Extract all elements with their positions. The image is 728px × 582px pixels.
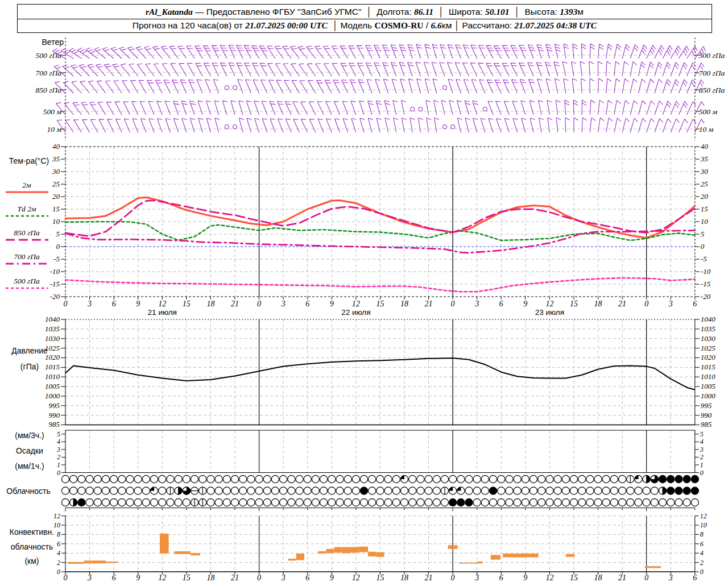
- svg-text:0: 0: [451, 300, 455, 308]
- svg-text:3: 3: [281, 573, 286, 582]
- svg-text:10: 10: [701, 217, 709, 226]
- cloud-row-0: [61, 475, 698, 483]
- svg-text:18: 18: [594, 573, 602, 582]
- header-part: м: [577, 7, 584, 17]
- svg-text:15: 15: [376, 300, 384, 308]
- svg-text:20: 20: [701, 192, 709, 201]
- svg-text:15: 15: [52, 205, 60, 213]
- svg-text:985: 985: [49, 420, 60, 429]
- svg-text:1005: 1005: [701, 382, 716, 390]
- header-part: rAl_Katanda: [146, 7, 193, 17]
- svg-text:9: 9: [136, 573, 140, 582]
- svg-text:-15: -15: [50, 280, 60, 288]
- svg-text:15: 15: [701, 205, 709, 213]
- wind-barbs-row-2: [55, 78, 704, 93]
- svg-text:6: 6: [693, 300, 697, 308]
- header-part: Прогноз на 120 часа(ов) от: [133, 20, 245, 31]
- header-part: 86.11: [414, 7, 433, 17]
- header-line-1: rAl_Katanda — Предоставлено ФГБУ "ЗапСиб…: [17, 4, 712, 19]
- svg-text:3: 3: [700, 446, 704, 454]
- wind-barbs-row-1: [54, 61, 704, 76]
- svg-text:-5: -5: [701, 255, 707, 263]
- svg-text:10 м: 10 м: [47, 125, 62, 134]
- svg-text:0: 0: [257, 300, 261, 308]
- precip-panel: 001122334455: [56, 430, 704, 477]
- svg-text:1000: 1000: [701, 392, 716, 400]
- precip-title-2: Осадки: [16, 446, 43, 455]
- svg-text:0: 0: [644, 573, 648, 582]
- svg-text:9: 9: [330, 573, 334, 582]
- svg-text:3: 3: [668, 300, 673, 308]
- conv-title-2: облачность: [11, 542, 53, 551]
- svg-text:500 м: 500 м: [699, 107, 718, 116]
- svg-text:0: 0: [700, 568, 704, 576]
- svg-text:2: 2: [700, 559, 704, 567]
- svg-text:6: 6: [693, 573, 697, 582]
- svg-text:850 гПа: 850 гПа: [36, 86, 62, 94]
- svg-text:9: 9: [136, 300, 140, 308]
- svg-text:4: 4: [57, 438, 60, 446]
- svg-text:0: 0: [64, 300, 68, 308]
- svg-text:1010: 1010: [701, 372, 716, 381]
- svg-text:500 гПа: 500 гПа: [699, 51, 725, 60]
- svg-text:21: 21: [618, 300, 626, 308]
- svg-text:2: 2: [700, 453, 704, 461]
- meteogram-page: rAl_Katanda — Предоставлено ФГБУ "ЗапСиб…: [0, 0, 728, 582]
- svg-text:3: 3: [56, 446, 60, 454]
- cloud-panel: [61, 475, 698, 511]
- svg-text:1035: 1035: [45, 325, 60, 333]
- legend-label-2m: 2м: [22, 181, 31, 189]
- svg-text:3: 3: [281, 300, 286, 308]
- svg-text:22 июля: 22 июля: [341, 308, 370, 317]
- svg-text:30: 30: [700, 167, 709, 176]
- legend-label-500: 500 гПа: [14, 277, 40, 285]
- svg-text:15: 15: [183, 573, 191, 582]
- svg-text:3: 3: [474, 300, 479, 308]
- svg-text:12: 12: [700, 512, 707, 520]
- svg-text:18: 18: [206, 300, 214, 308]
- svg-text:-20: -20: [50, 292, 60, 301]
- svg-text:-20: -20: [701, 292, 711, 301]
- svg-text:5: 5: [700, 430, 704, 438]
- temp-panel-title: Тем-ра(°C): [9, 156, 49, 165]
- svg-text:18: 18: [400, 573, 408, 582]
- svg-text:1040: 1040: [701, 315, 716, 323]
- svg-text:23 июля: 23 июля: [535, 308, 564, 317]
- svg-text:995: 995: [49, 401, 60, 410]
- pressure-panel-units: (гПа): [20, 362, 39, 371]
- pressure-panel-title: Давление: [11, 346, 48, 355]
- svg-text:9: 9: [330, 300, 334, 308]
- svg-text:1: 1: [700, 461, 704, 469]
- svg-text:10 м: 10 м: [699, 125, 714, 134]
- temperature-panel: -20-20-15-15-10-10-5-5005510101515202025…: [50, 142, 711, 301]
- svg-text:12: 12: [352, 300, 360, 308]
- svg-text:3: 3: [474, 573, 479, 582]
- cloud-row-2: [61, 498, 698, 506]
- header-part: COSMO-RU: [374, 20, 423, 31]
- header-part: 21.07.2025 04:38 UTC: [514, 20, 597, 31]
- temp-x-axis: 0369121518210369121518210369121518210362…: [64, 297, 697, 317]
- svg-text:1035: 1035: [701, 325, 716, 333]
- svg-text:0: 0: [700, 469, 704, 477]
- svg-text:21: 21: [231, 573, 239, 582]
- svg-text:1020: 1020: [45, 353, 60, 361]
- svg-text:1025: 1025: [701, 344, 716, 352]
- svg-text:-15: -15: [701, 280, 711, 288]
- svg-text:21: 21: [231, 300, 239, 308]
- precip-title-3: (мм/1ч.): [15, 462, 44, 471]
- header-part: км │ Рассчитано:: [442, 20, 515, 31]
- header-part: │ Широта:: [433, 7, 485, 17]
- svg-text:6: 6: [499, 573, 503, 582]
- svg-text:9: 9: [523, 573, 527, 582]
- svg-text:700 гПа: 700 гПа: [699, 69, 725, 77]
- svg-text:500 гПа: 500 гПа: [36, 51, 62, 60]
- header-part: /: [424, 20, 431, 31]
- svg-text:1005: 1005: [45, 382, 60, 390]
- header-part: 1393: [560, 7, 577, 17]
- svg-text:12: 12: [158, 300, 166, 308]
- precip-title-1: (мм/3ч.): [15, 431, 44, 440]
- svg-text:30: 30: [52, 167, 60, 176]
- svg-text:8: 8: [700, 530, 704, 538]
- svg-text:985: 985: [701, 420, 712, 429]
- svg-text:1040: 1040: [45, 315, 60, 323]
